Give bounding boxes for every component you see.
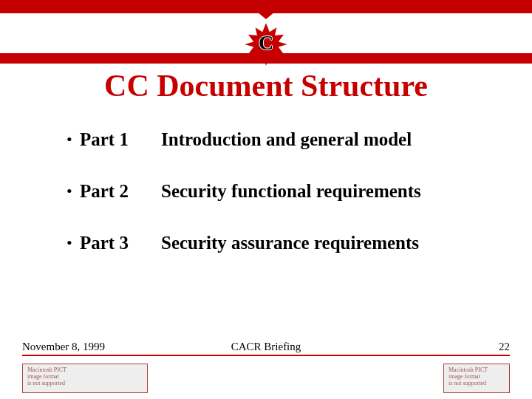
bullet-icon: • xyxy=(66,233,80,253)
list-item: • Part 1 Introduction and general model xyxy=(66,129,488,150)
part-label: Part 1 xyxy=(80,129,161,150)
footer-date: November 8, 1999 xyxy=(22,341,105,353)
image-placeholder-right: Macintosh PICT image format is not suppo… xyxy=(443,364,510,393)
list-item: • Part 2 Security functional requirement… xyxy=(66,181,488,202)
image-placeholder-left: Macintosh PICT image format is not suppo… xyxy=(22,364,148,393)
bullet-icon: • xyxy=(66,181,80,202)
footer-center: CACR Briefing xyxy=(231,341,301,353)
slide-title: CC Document Structure xyxy=(0,68,532,103)
part-description: Introduction and general model xyxy=(161,129,488,150)
footer-divider xyxy=(22,355,510,356)
header-notch-icon xyxy=(257,12,275,19)
footer-page: 22 xyxy=(499,341,510,353)
list-item: • Part 3 Security assurance requirements xyxy=(66,233,488,253)
part-label: Part 3 xyxy=(80,233,161,253)
part-description: Security functional requirements xyxy=(161,181,488,202)
slide-footer: November 8, 1999 CACR Briefing 22 xyxy=(22,341,510,353)
logo-letter: C xyxy=(259,31,273,55)
part-label: Part 2 xyxy=(80,181,161,202)
slide-body: • Part 1 Introduction and general model … xyxy=(66,129,488,284)
maple-leaf-logo: C xyxy=(244,22,288,66)
part-description: Security assurance requirements xyxy=(161,233,488,253)
bullet-icon: • xyxy=(66,129,80,150)
slide: C CC Document Structure • Part 1 Introdu… xyxy=(0,0,532,399)
